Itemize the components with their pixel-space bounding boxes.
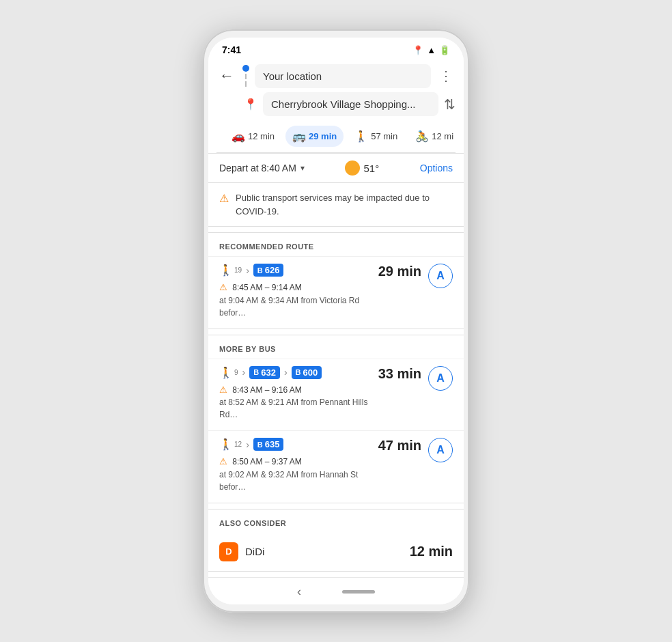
walk-minutes-2: 12 [234,441,242,448]
didi-duration: 12 min [410,544,453,559]
dropdown-arrow-icon: ▾ [300,163,305,173]
back-button[interactable]: ← [216,64,237,87]
dest-inputs-column [263,92,438,116]
walk-chip-rec: 🚶 19 [219,264,242,277]
bus-chip-632: B 632 [249,366,280,379]
status-icons: 📍 ▲ 🔋 [412,45,450,55]
walk-icon: 🚶 [354,130,368,143]
recommended-route-card[interactable]: 🚶 19 › B 626 ⚠ 8:45 AM – 9:14 AM at [208,256,464,329]
route-right-1: 33 min A [378,366,453,391]
walk-minutes-rec: 19 [234,266,242,274]
also-consider-section: ALSO CONSIDER D DiDi 12 min [208,509,464,572]
route-details-1: ⚠ 8:43 AM – 9:16 AM at 8:52 AM & 9:21 AM… [219,383,378,421]
bus-b-icon-3: B [296,368,301,376]
route-left-1: 🚶 9 › B 632 › B 600 [219,366,378,421]
tab-walk[interactable]: 🚶 57 min [348,126,404,147]
swap-button[interactable]: ⇅ [444,96,456,113]
nav-header: ← ⋮ 📍 ⇅ [208,58,464,154]
bus-number-600: 600 [303,367,318,378]
route-duration-rec: 29 min [378,264,421,279]
also-consider-header: ALSO CONSIDER [208,510,464,533]
didi-row[interactable]: D DiDi 12 min [208,533,464,571]
warn-small-icon-1: ⚠ [219,385,227,395]
avatar-button-rec[interactable]: A [428,264,453,288]
wifi-icon: ▲ [427,45,436,55]
didi-logo-icon: D [219,542,238,561]
tab-bus-label: 29 min [309,131,337,141]
route-chips-1: 🚶 9 › B 632 › B 600 [219,366,378,379]
dot-line-2 [245,81,247,87]
dot-line-1 [245,74,247,79]
route-left: 🚶 19 › B 626 ⚠ 8:45 AM – 9:14 AM at [219,264,378,319]
time-range-1: 8:43 AM – 9:16 AM [232,385,301,395]
origin-dot [242,65,249,72]
car-icon: 🚗 [232,130,245,143]
recommended-section-header: RECOMMENDED ROUTE [208,233,464,256]
arrow-icon-2: › [242,367,246,378]
bus-b-icon: B [257,266,263,275]
sun-icon [345,160,360,176]
tab-bus[interactable]: 🚌 29 min [285,126,344,147]
warning-text: Public transport services may be impacte… [236,191,453,218]
back-nav-button[interactable]: ‹ [297,585,301,599]
tab-car-label: 12 min [248,131,275,141]
warning-banner: ⚠ Public transport services may be impac… [208,183,464,227]
arrow-icon-4: › [246,439,249,450]
transport-tabs: 🚗 12 min 🚌 29 min 🚶 57 min 🚴 12 mi [216,120,456,153]
bus-icon: 🚌 [292,130,306,143]
tab-car[interactable]: 🚗 12 min [225,126,281,147]
route-chips: 🚶 19 › B 626 [219,264,378,277]
walk-chip-2: 🚶 12 [219,438,242,451]
duration-text-rec: 29 min [378,264,421,279]
route-right-2: 47 min A [378,438,453,462]
phone-screen: 7:41 📍 ▲ 🔋 ← ⋮ [208,38,464,604]
bus-b-icon-4: B [257,441,263,449]
weather-widget: 51° [345,160,379,176]
location-status-icon: 📍 [412,45,423,55]
arrow-icon-3: › [284,367,288,378]
more-bus-route-1[interactable]: 🚶 9 › B 632 › B 600 [208,359,464,431]
arrow-icon-1: › [246,265,249,276]
bus-chip-626: B 626 [253,264,284,277]
more-bus-section: MORE BY BUS 🚶 9 › B 632 › [208,335,464,503]
more-options-button[interactable]: ⋮ [436,65,456,87]
tab-bike-label: 12 mi [432,131,453,141]
depart-text[interactable]: Depart at 8:40 AM [219,163,296,173]
destination-input[interactable] [263,92,438,116]
walk-chip-1: 🚶 9 [219,366,238,379]
bus-number-626: 626 [265,265,280,275]
bus-chip-635: B 635 [253,438,284,451]
walk-person-icon: 🚶 [219,264,233,277]
options-button[interactable]: Options [420,163,453,173]
route-chips-2: 🚶 12 › B 635 [219,438,378,451]
more-bus-section-header: MORE BY BUS [208,335,464,359]
walk-person-icon-2: 🚶 [219,438,233,451]
route-detail-rec: at 9:04 AM & 9:34 AM from Victoria Rd be… [219,296,359,318]
bus-chip-600: B 600 [292,366,322,379]
avatar-button-1[interactable]: A [428,366,453,391]
duration-text-1: 33 min [378,366,421,382]
route-left-2: 🚶 12 › B 635 ⚠ 8:50 AM – 9:37 AM at [219,438,378,493]
home-bar-indicator[interactable] [342,590,375,594]
time-range-rec: 8:45 AM – 9:14 AM [232,283,301,292]
more-bus-route-2[interactable]: 🚶 12 › B 635 ⚠ 8:50 AM – 9:37 AM at [208,430,464,503]
bottom-nav: ‹ [208,577,464,604]
bus-number-635: 635 [265,439,280,449]
inputs-column [255,64,431,88]
didi-left: D DiDi [219,542,264,561]
depart-row: Depart at 8:40 AM ▾ 51° Options [208,154,464,183]
status-time: 7:41 [222,44,241,55]
avatar-button-2[interactable]: A [428,438,453,462]
origin-input[interactable] [255,64,431,88]
warning-icon: ⚠ [219,192,229,205]
warn-small-icon-rec: ⚠ [219,282,227,292]
tab-bike[interactable]: 🚴 12 mi [408,126,456,147]
temperature: 51° [363,163,379,174]
route-details-2: ⚠ 8:50 AM – 9:37 AM at 9:02 AM & 9:32 AM… [219,455,378,493]
bus-b-icon-2: B [253,368,259,376]
depart-left: Depart at 8:40 AM ▾ [219,163,305,173]
recommended-route-section: RECOMMENDED ROUTE 🚶 19 › B 626 [208,232,464,329]
dest-dots: 📍 [244,96,257,112]
route-right-rec: 29 min A [378,264,453,288]
destination-row: 📍 ⇅ [216,92,456,116]
